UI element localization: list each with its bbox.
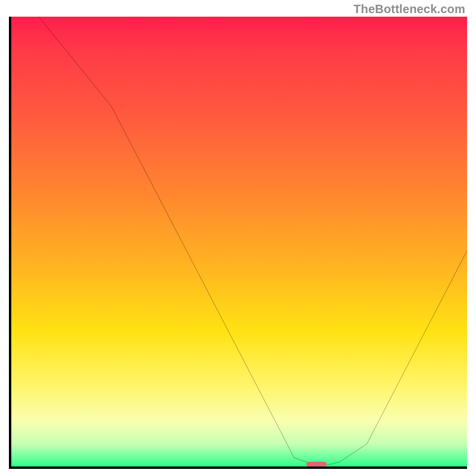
chart-plot-area (9, 17, 467, 469)
chart-curve-layer (11, 17, 467, 466)
bottleneck-curve (11, 17, 467, 464)
optimal-marker (306, 462, 327, 467)
attribution-text: TheBottleneck.com (353, 2, 465, 16)
